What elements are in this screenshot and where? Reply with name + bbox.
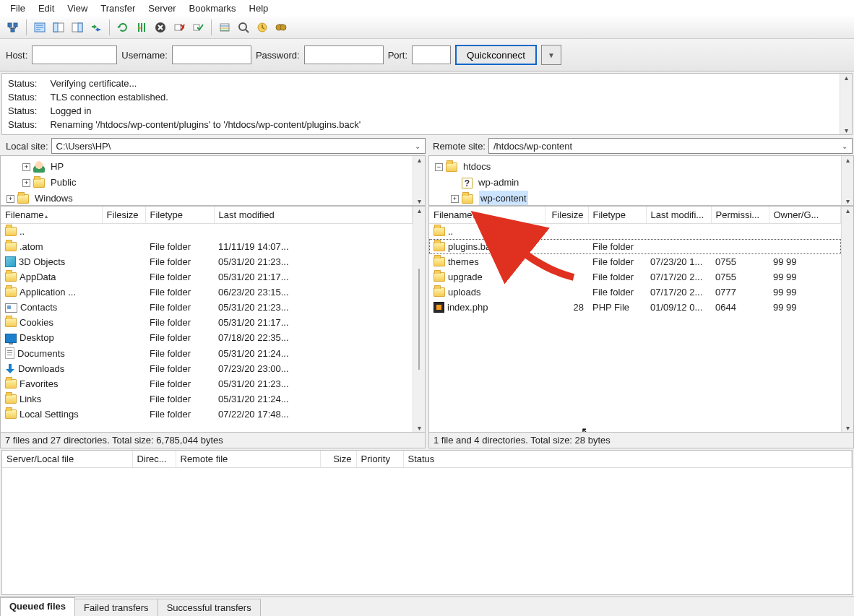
- col-filesize[interactable]: Filesize: [102, 207, 145, 224]
- log-scrollbar[interactable]: ▴▾: [840, 74, 852, 134]
- remote-site-input[interactable]: /htdocs/wp-content⌄: [488, 138, 853, 154]
- col-filesize[interactable]: Filesize: [545, 207, 588, 224]
- remote-tree-scrollbar[interactable]: ▴▾: [841, 156, 853, 205]
- expand-icon[interactable]: +: [7, 195, 14, 203]
- col-filetype[interactable]: Filetype: [145, 207, 214, 224]
- cancel-icon[interactable]: [152, 19, 169, 36]
- chevron-down-icon[interactable]: ⌄: [415, 142, 420, 150]
- col-permissions[interactable]: Permissi...: [711, 207, 769, 224]
- table-row[interactable]: DocumentsFile folder05/31/20 21:24...: [1, 345, 413, 361]
- doc-icon: [5, 347, 14, 359]
- remote-tree[interactable]: −htdocs ?wp-admin +wp-content ▴▾: [428, 155, 854, 206]
- local-list-scrollbar[interactable]: ▴▾: [413, 207, 425, 432]
- table-row[interactable]: plugins.backFile folder: [429, 239, 841, 254]
- quickconnect-dropdown[interactable]: ▼: [541, 45, 561, 65]
- toggle-local-tree-icon[interactable]: [50, 19, 67, 36]
- table-row[interactable]: DesktopFile folder07/18/20 22:35...: [1, 330, 413, 345]
- col-filetype[interactable]: Filetype: [588, 207, 646, 224]
- local-file-list[interactable]: Filename▴ Filesize Filetype Last modifie…: [0, 206, 426, 433]
- compare-icon[interactable]: [254, 19, 271, 36]
- table-row[interactable]: 3D ObjectsFile folder05/31/20 21:23...: [1, 254, 413, 269]
- expand-icon[interactable]: +: [22, 163, 30, 171]
- table-row[interactable]: ContactsFile folder05/31/20 21:23...: [1, 300, 413, 315]
- col-filename[interactable]: Filename▴: [429, 207, 545, 224]
- expand-icon[interactable]: +: [451, 195, 459, 203]
- tab-successful[interactable]: Successful transfers: [158, 599, 261, 616]
- table-row[interactable]: .atomFile folder11/11/19 14:07...: [1, 239, 413, 254]
- col-server-file[interactable]: Server/Local file: [2, 451, 132, 468]
- folder-icon: [434, 287, 445, 297]
- menu-help[interactable]: Help: [243, 1, 275, 15]
- table-row[interactable]: LinksFile folder05/31/20 21:24...: [1, 391, 413, 407]
- chevron-down-icon: ▼: [548, 51, 555, 59]
- table-row[interactable]: ..: [1, 224, 413, 240]
- col-modified[interactable]: Last modified: [214, 207, 413, 224]
- menu-view[interactable]: View: [61, 1, 93, 15]
- col-modified[interactable]: Last modifi...: [646, 207, 711, 224]
- menu-server[interactable]: Server: [142, 1, 181, 15]
- tab-queued[interactable]: Queued files: [0, 597, 75, 616]
- tree-item[interactable]: ?wp-admin: [435, 175, 847, 191]
- reconnect-icon[interactable]: [189, 19, 207, 36]
- dl-icon: [5, 364, 15, 374]
- table-row[interactable]: AppDataFile folder05/31/20 21:17...: [1, 269, 413, 285]
- local-site-input[interactable]: C:\Users\HP\⌄: [51, 138, 426, 154]
- table-row[interactable]: uploadsFile folder07/17/20 2...077799 99: [429, 285, 841, 300]
- table-row[interactable]: Application ...File folder06/23/20 23:15…: [1, 285, 413, 300]
- toggle-queue-icon[interactable]: [87, 19, 105, 36]
- port-input[interactable]: [412, 45, 451, 64]
- table-row[interactable]: ..: [429, 224, 841, 240]
- menu-transfer[interactable]: Transfer: [95, 1, 141, 15]
- mon-icon: [5, 334, 17, 343]
- local-tree[interactable]: +HP +Public +Windows ▴▾: [0, 155, 426, 206]
- find-icon[interactable]: [272, 19, 290, 36]
- unknown-folder-icon: ?: [462, 178, 473, 188]
- table-row[interactable]: index.php28PHP File01/09/12 0...064499 9…: [429, 300, 841, 315]
- tree-item[interactable]: +wp-content: [435, 191, 847, 206]
- table-row[interactable]: themesFile folder07/23/20 1...075599 99: [429, 254, 841, 269]
- username-input[interactable]: [172, 45, 251, 64]
- menu-file[interactable]: File: [4, 1, 31, 15]
- remote-status: 1 file and 4 directories. Total size: 28…: [428, 433, 854, 448]
- remote-file-list[interactable]: Filename▴ Filesize Filetype Last modifi.…: [428, 206, 854, 433]
- remote-list-scrollbar[interactable]: ▴▾: [841, 207, 853, 432]
- disconnect-icon[interactable]: [171, 19, 188, 36]
- folder-icon: [446, 162, 457, 172]
- table-row[interactable]: CookiesFile folder05/31/20 21:17...: [1, 315, 413, 330]
- expand-icon[interactable]: +: [22, 179, 30, 187]
- tab-failed[interactable]: Failed transfers: [74, 599, 158, 616]
- menu-bookmarks[interactable]: Bookmarks: [184, 1, 242, 15]
- refresh-icon[interactable]: [114, 19, 131, 36]
- tree-item[interactable]: +Windows: [7, 191, 419, 206]
- remote-site-label: Remote site:: [428, 141, 486, 152]
- col-priority[interactable]: Priority: [356, 451, 403, 468]
- toggle-remote-tree-icon[interactable]: [69, 19, 86, 36]
- filter-icon[interactable]: [216, 19, 233, 36]
- log-row: Status:Renaming '/htdocs/wp-content/plug…: [8, 118, 846, 131]
- toggle-log-icon[interactable]: [31, 19, 48, 36]
- host-input[interactable]: [32, 45, 117, 64]
- tree-item[interactable]: +HP: [7, 159, 419, 175]
- tree-item[interactable]: −htdocs: [435, 159, 847, 175]
- table-row[interactable]: FavoritesFile folder05/31/20 21:23...: [1, 376, 413, 391]
- site-manager-icon[interactable]: [4, 19, 22, 36]
- tree-item[interactable]: +Public: [7, 175, 419, 191]
- transfer-queue[interactable]: Server/Local file Direc... Remote file S…: [1, 450, 853, 595]
- local-tree-scrollbar[interactable]: ▴▾: [413, 156, 425, 205]
- menu-edit[interactable]: Edit: [33, 1, 60, 15]
- search-icon[interactable]: [235, 19, 252, 36]
- col-direction[interactable]: Direc...: [132, 451, 176, 468]
- collapse-icon[interactable]: −: [435, 163, 443, 171]
- col-size[interactable]: Size: [320, 451, 356, 468]
- password-input[interactable]: [304, 45, 384, 64]
- col-status[interactable]: Status: [403, 451, 852, 468]
- table-row[interactable]: DownloadsFile folder07/23/20 23:00...: [1, 361, 413, 376]
- chevron-down-icon[interactable]: ⌄: [842, 142, 847, 150]
- col-filename[interactable]: Filename▴: [1, 207, 102, 224]
- process-queue-icon[interactable]: [133, 19, 150, 36]
- quickconnect-button[interactable]: Quickconnect: [455, 45, 537, 65]
- col-remote-file[interactable]: Remote file: [176, 451, 320, 468]
- table-row[interactable]: upgradeFile folder07/17/20 2...075599 99: [429, 269, 841, 285]
- table-row[interactable]: Local SettingsFile folder07/22/20 17:48.…: [1, 407, 413, 422]
- col-owner[interactable]: Owner/G...: [769, 207, 841, 224]
